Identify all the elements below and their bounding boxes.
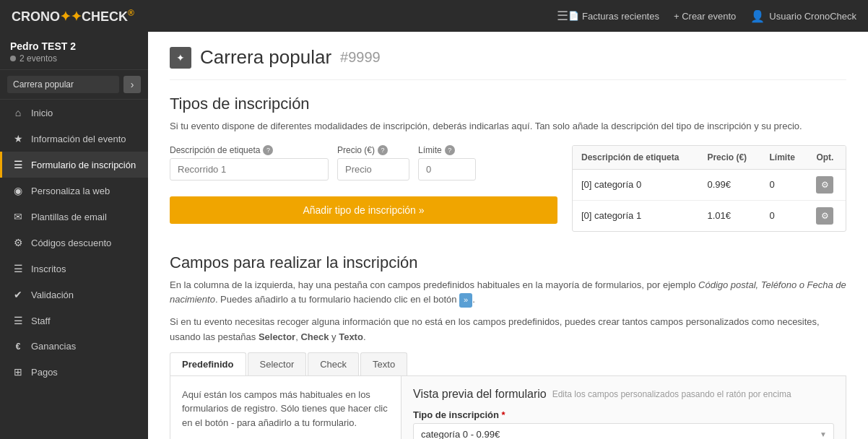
field-limit-label: Límite ? — [418, 145, 476, 155]
field-price-label: Precio (€) ? — [337, 145, 409, 155]
staff-icon: ☰ — [12, 315, 24, 326]
inscripcion-right: Descripción de etiqueta Precio (€) Límit… — [572, 145, 846, 232]
field-desc-label: Descripción de etiqueta ? — [170, 145, 329, 155]
sidebar-item-ganancias[interactable]: € Ganancias — [0, 334, 148, 359]
row-price: 0.99€ — [698, 169, 760, 200]
table-row: [0] categoría 1 1.01€ 0 ⚙ — [573, 200, 846, 231]
hamburger-icon[interactable]: ☰ — [557, 8, 568, 24]
euro-icon: € — [12, 342, 24, 352]
gear-icon: ⚙ — [12, 237, 24, 248]
crear-evento-btn[interactable]: + Crear evento — [674, 11, 736, 22]
sidebar: Pedro TEST 2 2 eventos Carrera popular ›… — [0, 32, 148, 439]
sidebar-item-informacion[interactable]: ★ Información del evento — [0, 126, 148, 152]
sidebar-nav-arrow[interactable]: › — [123, 76, 141, 93]
col-price-header: Precio (€) — [698, 146, 760, 170]
main-content: ✦ Carrera popular #9999 Tipos de inscrip… — [148, 32, 868, 439]
user-menu[interactable]: 👤 Usuario CronoCheck — [750, 9, 856, 23]
arrow-btn: » — [459, 293, 472, 308]
form-select-wrapper: categoría 0 - 0.99€ categoría 1 - 1.01€ — [413, 423, 834, 439]
price-help-icon[interactable]: ? — [378, 145, 388, 155]
col-limit-header: Límite — [761, 146, 808, 170]
check-icon: ✔ — [12, 289, 24, 300]
page-content: ✦ Carrera popular #9999 Tipos de inscrip… — [148, 32, 868, 439]
logo: CRONO✦✦CHECK® — [12, 8, 134, 25]
form-preview-field: Tipo de inscripción * categoría 0 - 0.99… — [413, 409, 834, 439]
inscripcion-table: Descripción de etiqueta Precio (€) Límit… — [573, 146, 846, 231]
sidebar-item-codigos[interactable]: ⚙ Códigos descuento — [0, 230, 148, 256]
sidebar-item-plantillas[interactable]: ✉ Plantillas de email — [0, 204, 148, 230]
field-price-group: Precio (€) ? — [337, 145, 409, 181]
desc-help-icon[interactable]: ? — [263, 145, 273, 155]
sidebar-item-staff[interactable]: ☰ Staff — [0, 308, 148, 334]
page-title: Carrera popular — [200, 46, 331, 69]
campos-desc1: En la columna de la izquierda, hay una p… — [170, 278, 846, 308]
inscripcion-title: Tipos de inscripción — [170, 95, 846, 113]
inscripcion-left: Descripción de etiqueta ? Precio (€) ? — [170, 145, 557, 224]
logo-text: CRONO✦✦CHECK® — [12, 8, 134, 25]
layout: Pedro TEST 2 2 eventos Carrera popular ›… — [0, 32, 868, 439]
sidebar-selector: Carrera popular › — [0, 70, 148, 100]
user-icon: 👤 — [750, 9, 765, 23]
campos-section: Campos para realizar la inscripción En l… — [170, 253, 846, 440]
file-icon: 📄 — [568, 11, 579, 21]
inscripcion-form: Descripción de etiqueta ? Precio (€) ? — [170, 145, 557, 181]
sidebar-item-formulario[interactable]: ☰ Formulario de inscripción — [0, 152, 148, 178]
field-limit-input[interactable] — [418, 158, 476, 181]
campos-right-panel: Vista previa del formulario Edita los ca… — [402, 376, 846, 439]
sidebar-username: Pedro TEST 2 — [10, 40, 138, 52]
form-preview-title: Vista previa del formulario Edita los ca… — [413, 388, 834, 401]
inscripcion-section: Tipos de inscripción Si tu evento dispon… — [170, 95, 846, 232]
add-inscripcion-btn[interactable]: Añadir tipo de inscripción » — [170, 196, 557, 224]
row-limit: 0 — [761, 200, 808, 231]
table-row: [0] categoría 0 0.99€ 0 ⚙ — [573, 169, 846, 200]
sidebar-item-pagos[interactable]: ⊞ Pagos — [0, 359, 148, 385]
campos-tabs: Predefinido Selector Check Texto — [170, 352, 846, 376]
field-price-input[interactable] — [337, 158, 409, 181]
row-gear-btn[interactable]: ⚙ — [816, 176, 833, 194]
campos-layout: Aquí están los campos más habituales en … — [170, 376, 846, 439]
limit-help-icon[interactable]: ? — [445, 145, 455, 155]
circle-icon: ◉ — [12, 185, 24, 196]
row-limit: 0 — [761, 169, 808, 200]
col-desc-header: Descripción de etiqueta — [573, 146, 698, 170]
row-opt: ⚙ — [807, 200, 846, 231]
form-field-label: Tipo de inscripción * — [413, 409, 834, 420]
sidebar-nav: ⌂ Inicio ★ Información del evento ☰ Form… — [0, 100, 148, 439]
required-indicator: * — [502, 409, 505, 420]
event-selector[interactable]: Carrera popular — [7, 76, 119, 93]
inscripcion-desc: Si tu evento dispone de diferentes modal… — [170, 119, 846, 134]
campos-desc2: Si en tu evento necesitas recoger alguna… — [170, 315, 846, 345]
page-header: ✦ Carrera popular #9999 — [170, 46, 846, 80]
field-limit-group: Límite ? — [418, 145, 476, 181]
sidebar-user: Pedro TEST 2 2 eventos — [0, 32, 148, 70]
tab-texto[interactable]: Texto — [360, 352, 407, 375]
tab-check[interactable]: Check — [308, 352, 359, 375]
header: CRONO✦✦CHECK® ☰ 📄 Facturas recientes + C… — [0, 0, 868, 32]
facturas-link[interactable]: 📄 Facturas recientes — [568, 11, 659, 22]
col-opt-header: Opt. — [807, 146, 846, 170]
star-icon: ★ — [12, 133, 24, 144]
pagos-icon: ⊞ — [12, 366, 24, 378]
row-gear-btn[interactable]: ⚙ — [816, 207, 833, 225]
form-preview-hint: Edita los campos personalizados pasando … — [552, 389, 791, 399]
tab-predefinido[interactable]: Predefinido — [170, 352, 246, 375]
inscritos-icon: ☰ — [12, 263, 24, 274]
field-desc-group: Descripción de etiqueta ? — [170, 145, 329, 181]
row-desc: [0] categoría 1 — [573, 200, 698, 231]
page-header-icon: ✦ — [170, 47, 191, 69]
row-desc: [0] categoría 0 — [573, 169, 698, 200]
campos-left-panel: Aquí están los campos más habituales en … — [170, 376, 402, 439]
row-price: 1.01€ — [698, 200, 760, 231]
tab-selector[interactable]: Selector — [248, 352, 307, 375]
sidebar-item-inicio[interactable]: ⌂ Inicio — [0, 100, 148, 126]
sidebar-events: 2 eventos — [10, 53, 138, 64]
field-desc-input[interactable] — [170, 158, 329, 181]
row-opt: ⚙ — [807, 169, 846, 200]
campos-title: Campos para realizar la inscripción — [170, 253, 846, 272]
sidebar-item-personaliza[interactable]: ◉ Personaliza la web — [0, 178, 148, 204]
events-dot — [10, 56, 16, 61]
email-icon: ✉ — [12, 211, 24, 222]
sidebar-item-validacion[interactable]: ✔ Validación — [0, 282, 148, 308]
sidebar-item-inscritos[interactable]: ☰ Inscritos — [0, 256, 148, 282]
tipo-inscripcion-select[interactable]: categoría 0 - 0.99€ categoría 1 - 1.01€ — [413, 423, 834, 439]
